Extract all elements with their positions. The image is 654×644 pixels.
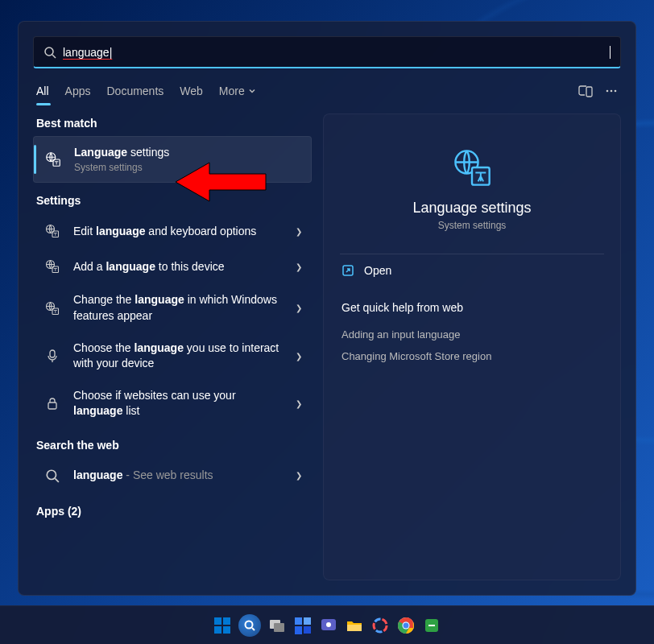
app-icon[interactable] [370, 616, 390, 635]
search-icon [43, 466, 62, 485]
tab-documents[interactable]: Documents [106, 85, 164, 97]
svg-point-4 [611, 90, 613, 93]
chat-button[interactable] [319, 616, 338, 635]
svg-point-35 [326, 622, 331, 627]
language-settings-hero-icon [451, 147, 493, 188]
svg-rect-31 [304, 617, 311, 625]
search-button[interactable] [238, 614, 261, 637]
svg-rect-29 [274, 623, 284, 632]
svg-rect-25 [223, 626, 230, 634]
details-subtitle: System settings [340, 220, 604, 231]
svg-rect-23 [223, 617, 230, 625]
details-pane: Language settings System settings Open G… [323, 114, 621, 580]
svg-point-44 [404, 622, 409, 628]
microphone-icon [43, 346, 62, 365]
svg-line-1 [52, 55, 56, 58]
language-globe-icon [43, 299, 62, 318]
start-button[interactable] [213, 616, 232, 635]
chevron-right-icon: ❯ [296, 399, 302, 408]
help-heading: Get quick help from web [341, 301, 604, 314]
settings-result[interactable]: Change the language in which Windows fea… [33, 284, 312, 332]
section-apps: Apps (2) [36, 505, 312, 518]
open-action[interactable]: Open [340, 254, 604, 287]
chevron-right-icon: ❯ [296, 303, 302, 312]
svg-marker-21 [176, 163, 266, 201]
taskbar [0, 605, 654, 644]
svg-rect-22 [214, 617, 221, 625]
sync-device-icon[interactable] [577, 83, 594, 99]
start-search-panel: language All Apps Documents Web More Bes… [18, 21, 636, 596]
svg-point-26 [246, 621, 253, 628]
svg-rect-33 [304, 626, 311, 634]
open-icon [341, 264, 354, 277]
tab-web[interactable]: Web [180, 85, 203, 97]
language-settings-icon [43, 150, 63, 169]
svg-rect-15 [48, 402, 56, 409]
file-explorer-button[interactable] [345, 616, 364, 635]
tab-apps[interactable]: Apps [65, 85, 91, 97]
svg-point-0 [45, 47, 53, 56]
language-globe-icon [43, 221, 62, 241]
annotation-arrow [176, 158, 272, 206]
search-box[interactable]: language [33, 36, 621, 68]
search-icon [43, 46, 56, 59]
section-best-match: Best match [36, 117, 312, 130]
chevron-right-icon: ❯ [296, 471, 302, 480]
svg-line-27 [252, 628, 255, 630]
chrome-button[interactable] [396, 616, 416, 635]
svg-rect-2 [586, 87, 592, 97]
chevron-down-icon [248, 87, 256, 95]
details-title: Language settings [340, 200, 604, 217]
section-search-web: Search the web [36, 439, 312, 452]
app-icon[interactable] [422, 616, 441, 635]
settings-result[interactable]: Edit language and keyboard options❯ [33, 213, 312, 249]
svg-point-5 [615, 90, 617, 93]
task-view-button[interactable] [267, 616, 287, 635]
web-result[interactable]: language - See web results ❯ [33, 458, 312, 493]
chevron-right-icon: ❯ [296, 227, 302, 236]
lock-icon [43, 394, 62, 413]
svg-point-3 [606, 90, 609, 93]
help-link[interactable]: Changing Microsoft Store region [340, 345, 604, 367]
tab-all[interactable]: All [36, 85, 49, 97]
settings-result[interactable]: Choose if websites can use your language… [33, 380, 312, 427]
more-icon[interactable] [605, 85, 618, 97]
svg-rect-36 [347, 625, 362, 631]
settings-result[interactable]: Choose the language you use to interact … [33, 332, 312, 380]
chevron-right-icon: ❯ [296, 262, 302, 271]
chevron-right-icon: ❯ [296, 352, 302, 361]
language-globe-icon [43, 257, 62, 276]
svg-rect-24 [214, 626, 221, 634]
search-input[interactable]: language [63, 46, 611, 59]
settings-result[interactable]: Add a language to this device❯ [33, 249, 312, 284]
tabs-row: All Apps Documents Web More [33, 83, 621, 110]
svg-rect-30 [295, 617, 302, 625]
svg-rect-14 [50, 350, 55, 357]
svg-rect-32 [295, 626, 302, 634]
help-link[interactable]: Adding an input language [340, 324, 604, 345]
widgets-button[interactable] [293, 616, 313, 635]
svg-point-16 [47, 470, 56, 479]
svg-line-17 [55, 478, 59, 482]
tab-more[interactable]: More [219, 85, 256, 97]
